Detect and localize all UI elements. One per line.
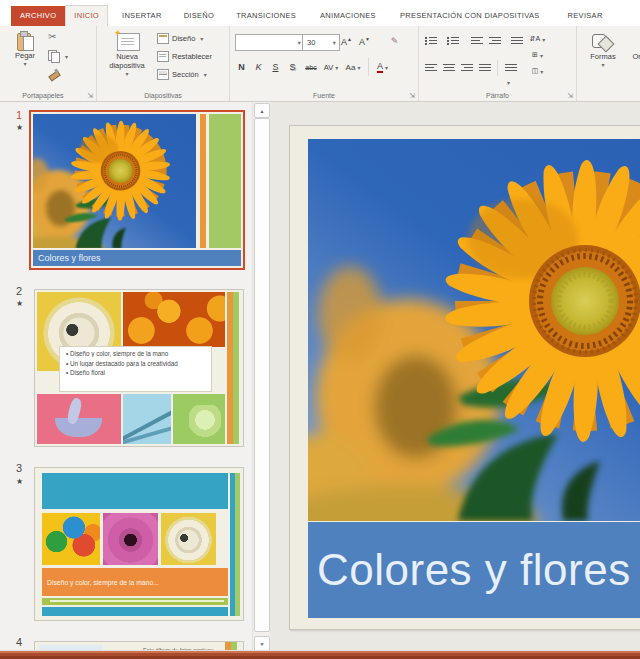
new-slide-label: Nueva diapositiva bbox=[103, 52, 151, 70]
tab-animaciones[interactable]: ANIMACIONES bbox=[314, 6, 382, 26]
green-stripe bbox=[235, 473, 240, 616]
clipboard-icon bbox=[17, 31, 33, 51]
slide-thumbnail-panel: 1 ★ Colores y flores 2 ★ • Diseño y colo… bbox=[0, 102, 252, 650]
align-right-button[interactable] bbox=[461, 62, 473, 72]
numbering-button[interactable] bbox=[447, 35, 459, 45]
strikethrough-button[interactable]: abc bbox=[303, 60, 319, 74]
reset-label: Restablecer bbox=[172, 52, 212, 61]
photo-mortar bbox=[37, 394, 121, 444]
copy-button[interactable] bbox=[48, 50, 68, 62]
bottom-red-bar bbox=[0, 650, 640, 659]
slide-canvas[interactable]: Colores y flores bbox=[289, 125, 640, 630]
slide-title-text: Colores y flores bbox=[308, 545, 631, 595]
tab-diseno[interactable]: DISEÑO bbox=[178, 6, 221, 26]
paste-button[interactable]: Pegar ▾ bbox=[8, 31, 42, 67]
scrollbar-thumb[interactable] bbox=[254, 118, 270, 632]
clear-formatting-button[interactable]: ✎ bbox=[388, 34, 401, 48]
group-dibujo: Formas ▾ Organizar bbox=[577, 26, 640, 101]
animation-star-icon: ★ bbox=[16, 123, 23, 132]
chevron-down-icon: ▾ bbox=[23, 60, 26, 67]
scroll-down-button[interactable]: ▼ bbox=[254, 636, 270, 651]
increase-indent-button[interactable] bbox=[489, 35, 501, 45]
divider bbox=[497, 60, 498, 76]
text-shadow-button[interactable]: S bbox=[286, 60, 299, 74]
photo-tweezers bbox=[123, 394, 171, 444]
divider bbox=[368, 58, 369, 76]
scroll-up-button[interactable]: ▲ bbox=[254, 103, 270, 118]
section-label: Sección bbox=[172, 70, 199, 79]
dialog-launcher-icon[interactable]: ⇲ bbox=[87, 92, 93, 99]
sunflower-photo[interactable] bbox=[308, 139, 640, 521]
font-size-combo[interactable]: 30 ▼ bbox=[302, 34, 340, 51]
ribbon-tab-bar: ARCHIVO INICIO INSERTAR DISEÑO TRANSICIO… bbox=[0, 0, 640, 27]
tab-inicio[interactable]: INICIO bbox=[65, 5, 108, 27]
slide-thumbnail-2[interactable]: • Diseño y color, siempre de la mano• Un… bbox=[34, 289, 244, 447]
layout-label: Diseño bbox=[172, 34, 195, 43]
grow-font-button[interactable]: A▲ bbox=[340, 34, 353, 48]
slide-number: 1 bbox=[16, 109, 22, 121]
align-text-button[interactable]: ⊞ bbox=[531, 48, 544, 62]
font-color-button[interactable]: A bbox=[376, 60, 389, 74]
shapes-icon bbox=[592, 34, 614, 52]
align-left-button[interactable] bbox=[425, 62, 437, 72]
bullets-button[interactable] bbox=[425, 35, 437, 45]
dialog-launcher-icon[interactable]: ⇲ bbox=[567, 92, 573, 99]
group-portapapeles: Pegar ▾ ✂ Portapapeles ⇲ bbox=[0, 26, 97, 101]
text-direction-button[interactable]: ⇵A bbox=[531, 32, 544, 46]
decrease-indent-button[interactable] bbox=[471, 35, 483, 45]
reset-button[interactable]: Restablecer bbox=[157, 51, 212, 62]
tab-revisar[interactable]: REVISAR bbox=[562, 6, 609, 26]
justify-button[interactable] bbox=[479, 62, 491, 72]
underline-button[interactable]: S bbox=[269, 60, 282, 74]
title-placeholder[interactable]: Colores y flores bbox=[308, 522, 640, 618]
dialog-launcher-icon[interactable]: ⇲ bbox=[409, 92, 415, 99]
bold-button[interactable]: N bbox=[235, 60, 248, 74]
shapes-label: Formas bbox=[590, 52, 615, 61]
layout-icon bbox=[157, 33, 169, 44]
slide1-photo bbox=[33, 114, 196, 248]
cut-button[interactable]: ✂ bbox=[48, 32, 56, 42]
columns-button[interactable] bbox=[505, 62, 517, 72]
char-spacing-button[interactable]: AV bbox=[322, 60, 340, 74]
section-button[interactable]: Sección bbox=[157, 69, 207, 80]
photo-disc bbox=[161, 513, 216, 565]
layout-button[interactable]: Diseño bbox=[157, 33, 203, 44]
bullet-line: • Diseño y color, siempre de la mano bbox=[66, 350, 209, 357]
photo-marigolds bbox=[123, 292, 225, 347]
group-fuente: ▼ 30 ▼ A▲ A▼ ✎ N K S S abc AV Aa A Fuent… bbox=[230, 26, 419, 101]
shrink-font-button[interactable]: A▼ bbox=[358, 34, 371, 48]
thumbnail-scrollbar[interactable]: ▲ ▼ bbox=[252, 102, 270, 650]
scissors-icon: ✂ bbox=[48, 32, 56, 42]
slide1-title-bar: Colores y flores bbox=[33, 250, 241, 266]
align-center-button[interactable] bbox=[443, 62, 455, 72]
shapes-button[interactable]: Formas ▾ bbox=[585, 34, 621, 68]
bullet-line: • Diseño floral bbox=[66, 369, 209, 376]
font-size-value: 30 bbox=[307, 38, 315, 47]
bullet-line: • Un lugar destacado para la creatividad bbox=[66, 360, 209, 367]
font-name-combo[interactable]: ▼ bbox=[235, 34, 305, 51]
chevron-down-icon: ▾ bbox=[125, 70, 128, 77]
group-label-parrafo: Párrafo bbox=[419, 92, 576, 99]
photo-gerbera bbox=[103, 513, 158, 565]
tab-presentacion[interactable]: PRESENTACIÓN CON DIAPOSITIVAS bbox=[394, 6, 546, 26]
change-case-button[interactable]: Aa bbox=[344, 60, 362, 74]
format-painter-button[interactable] bbox=[48, 68, 59, 79]
workspace: 1 ★ Colores y flores 2 ★ • Diseño y colo… bbox=[0, 102, 640, 650]
new-slide-button[interactable]: ✦ Nueva diapositiva ▾ bbox=[103, 31, 151, 77]
smartart-button[interactable]: ◫ bbox=[531, 64, 544, 78]
italic-button[interactable]: K bbox=[252, 60, 265, 74]
slide2-bullet-box: • Diseño y color, siempre de la mano• Un… bbox=[59, 346, 212, 392]
green-caption-stripe bbox=[42, 598, 228, 605]
tab-archivo[interactable]: ARCHIVO bbox=[11, 6, 65, 26]
ribbon: Pegar ▾ ✂ Portapapeles ⇲ ✦ Nueva diaposi… bbox=[0, 26, 640, 102]
line-spacing-button[interactable] bbox=[511, 35, 523, 45]
slide-thumbnail-1[interactable]: Colores y flores bbox=[29, 110, 245, 270]
tab-transiciones[interactable]: TRANSICIONES bbox=[230, 6, 302, 26]
tab-insertar[interactable]: INSERTAR bbox=[116, 6, 168, 26]
green-stripe bbox=[209, 114, 241, 248]
arrange-label: Organizar bbox=[633, 52, 640, 61]
photo-balloons bbox=[42, 513, 100, 565]
arrange-button[interactable]: Organizar bbox=[629, 34, 640, 61]
slide-thumbnail-3[interactable]: Diseño y color, siempre de la mano... bbox=[34, 467, 244, 621]
teal-block bbox=[42, 473, 228, 509]
